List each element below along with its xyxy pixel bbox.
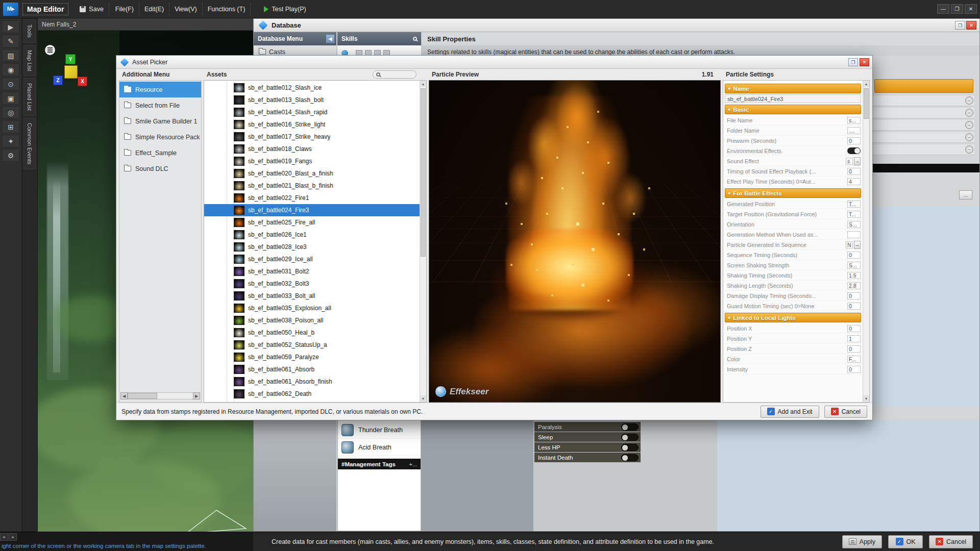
toggle-switch[interactable] bbox=[621, 423, 639, 431]
skills-search-icon[interactable] bbox=[413, 37, 417, 41]
arrow-button[interactable]: → bbox=[854, 241, 861, 249]
menu-item[interactable]: Functions (T) bbox=[203, 3, 251, 15]
scroll-up-button[interactable]: ▲ bbox=[420, 81, 426, 87]
setting-value-field[interactable]: 0 bbox=[847, 303, 861, 310]
section-header-name[interactable]: ♥ Name bbox=[725, 84, 861, 93]
setting-value-field[interactable]: 0 bbox=[847, 325, 861, 332]
axis-x-handle[interactable]: X bbox=[78, 77, 87, 86]
cancel-button[interactable]: ✕ Cancel bbox=[929, 535, 973, 548]
map-tab-title[interactable]: Nem Falls_2 bbox=[42, 21, 76, 28]
property-row[interactable]: − bbox=[872, 132, 974, 143]
additional-menu-item[interactable]: Select from File bbox=[119, 97, 201, 113]
minus-circle-button[interactable]: − bbox=[965, 96, 973, 105]
setting-row[interactable]: Sound Effect s → bbox=[724, 156, 862, 166]
asset-list-item[interactable]: sb_ef_battle018_Claws bbox=[204, 143, 420, 155]
toggle-switch[interactable] bbox=[621, 444, 639, 451]
setting-value-field[interactable]: F... bbox=[847, 356, 861, 363]
property-row[interactable]: − bbox=[872, 108, 974, 118]
setting-value-field[interactable]: s... bbox=[847, 117, 861, 124]
scroll-right-button[interactable]: ▶ bbox=[193, 392, 200, 399]
assets-scrollbar[interactable]: ▲ ▼ bbox=[420, 81, 426, 402]
setting-value-field[interactable]: 0 bbox=[847, 252, 861, 259]
scrollbar-thumb[interactable] bbox=[421, 88, 426, 257]
apply-button[interactable]: Apply bbox=[842, 535, 882, 548]
scroll-down-button[interactable]: ▼ bbox=[420, 395, 426, 402]
toolbar-tool-icon[interactable]: ✎ bbox=[2, 35, 19, 47]
asset-list-item[interactable]: sb_ef_battle061_Absorb_finish bbox=[204, 375, 420, 388]
setting-value-field[interactable]: 0 bbox=[847, 137, 861, 144]
setting-value-field[interactable]: 2.8 bbox=[847, 282, 861, 289]
setting-value-field[interactable]: T... bbox=[847, 211, 861, 218]
add-tag-button[interactable]: +... bbox=[409, 461, 417, 467]
toolbar-tool-icon[interactable]: ✦ bbox=[2, 135, 19, 147]
minus-circle-button[interactable]: − bbox=[965, 133, 973, 141]
asset-list-item[interactable]: sb_ef_battle031_Bolt2 bbox=[204, 265, 420, 278]
setting-row[interactable]: Screen Shaking Strength S... → bbox=[724, 260, 862, 270]
additional-menu-item[interactable]: Simple Resource Pack bbox=[119, 129, 201, 145]
toolbar-tool-icon[interactable]: ⚙ bbox=[2, 149, 19, 162]
collapse-left-button[interactable]: ◀ bbox=[326, 34, 335, 43]
map-menu-icon[interactable] bbox=[45, 45, 55, 55]
setting-row[interactable]: Particle Generated in Sequence N → bbox=[724, 240, 862, 250]
asset-list-item[interactable]: sb_ef_battle050_Heal_b bbox=[204, 327, 420, 339]
additional-menu-item[interactable]: Resource bbox=[119, 82, 201, 97]
minimize-button[interactable]: — bbox=[937, 4, 949, 14]
setting-row[interactable]: Generation Method When Used as... → bbox=[724, 230, 862, 240]
setting-value-field[interactable]: 0 bbox=[847, 168, 861, 175]
setting-value-field[interactable]: T... bbox=[847, 201, 861, 208]
minus-circle-button[interactable]: − bbox=[965, 109, 973, 117]
setting-value-field[interactable]: 0 bbox=[847, 366, 861, 373]
asset-list-item[interactable]: sb_ef_battle061_Absorb bbox=[204, 363, 420, 375]
asset-list-item[interactable]: sb_ef_battle025_Fire_all bbox=[204, 216, 420, 229]
database-restore-button[interactable]: ❐ bbox=[955, 21, 965, 30]
asset-list-item[interactable]: sb_ef_battle012_Slash_ice bbox=[204, 82, 420, 94]
asset-list-item[interactable]: sb_ef_battle038_Poison_all bbox=[204, 314, 420, 327]
additional-menu-item[interactable]: Sound DLC bbox=[119, 161, 201, 177]
collapse-left-button[interactable]: « bbox=[0, 533, 8, 541]
additional-menu-item[interactable]: Effect_Sample bbox=[119, 145, 201, 161]
setting-row[interactable]: Shaking Length (Seconds) 2.8 → bbox=[724, 281, 862, 291]
scroll-up-button[interactable]: ▲ bbox=[863, 81, 869, 87]
name-value-field[interactable]: sb_ef_battle024_Fire3 bbox=[725, 94, 861, 103]
side-tab[interactable]: Tools bbox=[23, 19, 36, 43]
status-effect-row[interactable]: Sleep bbox=[534, 432, 641, 442]
scroll-down-button[interactable]: ▼ bbox=[863, 395, 869, 402]
skill-list-item[interactable]: Thunder Breath bbox=[338, 421, 421, 439]
asset-list-item[interactable]: sb_ef_battle019_Fangs bbox=[204, 155, 420, 167]
assets-search-input[interactable] bbox=[373, 70, 416, 79]
toolbar-tool-icon[interactable]: ⊙ bbox=[2, 78, 19, 90]
section-header-basic[interactable]: ♥ Basic bbox=[725, 105, 861, 114]
toolbar-tool-icon[interactable]: ◉ bbox=[2, 63, 19, 76]
setting-value-field[interactable]: N bbox=[846, 241, 853, 248]
setting-row[interactable]: Shaking Timing (Seconds) 1.5 → bbox=[724, 270, 862, 281]
asset-list-item[interactable]: sb_ef_battle028_Ice3 bbox=[204, 241, 420, 253]
dialog-close-button[interactable]: ✕ bbox=[860, 58, 869, 66]
axis-gizmo[interactable]: Y Z X bbox=[47, 37, 98, 88]
scrollbar-thumb[interactable] bbox=[864, 88, 869, 119]
setting-row[interactable]: Damage Display Timing (Seconds... 0 → bbox=[724, 291, 862, 301]
asset-list-item[interactable]: sb_ef_battle029_Ice_all bbox=[204, 253, 420, 265]
asset-list-item[interactable]: sb_ef_battle020_Blast_a_finish bbox=[204, 167, 420, 180]
arrow-button[interactable]: → bbox=[854, 157, 861, 165]
setting-row[interactable]: Guard Motion Timing (sec) 0=None 0 → bbox=[724, 301, 862, 311]
toolbar-tool-icon[interactable]: ▣ bbox=[2, 92, 19, 105]
close-button[interactable]: ✕ bbox=[965, 4, 977, 14]
setting-row[interactable]: File Name s... → bbox=[724, 115, 862, 126]
toolbar-tool-icon[interactable]: ▨ bbox=[2, 49, 19, 62]
asset-list-item[interactable]: sb_ef_battle014_Slash_rapid bbox=[204, 106, 420, 118]
setting-row[interactable]: Color F... → bbox=[724, 354, 862, 364]
setting-row[interactable]: Timing of Sound Effect Playback (... 0 → bbox=[724, 166, 862, 177]
dialog-title-bar[interactable]: Asset Picker ❐ ✕ bbox=[116, 56, 872, 69]
setting-value-field[interactable]: S... bbox=[847, 221, 861, 228]
setting-row[interactable]: Prewarm (Seconds) 0 → bbox=[724, 136, 862, 146]
particle-preview-viewport[interactable]: Effekseer bbox=[429, 80, 721, 403]
side-tab[interactable]: Map List bbox=[23, 45, 36, 77]
setting-row[interactable]: Position Y 1 → bbox=[724, 334, 862, 344]
setting-row[interactable]: Effect Play Time (Seconds) 0=Aut... 4 → bbox=[724, 177, 862, 187]
asset-list-item[interactable]: sb_ef_battle032_Bolt3 bbox=[204, 278, 420, 290]
setting-value-field[interactable]: 1 bbox=[847, 335, 861, 342]
scrollbar-thumb[interactable] bbox=[128, 393, 157, 399]
setting-value-field[interactable]: .... bbox=[847, 127, 861, 134]
asset-list-item[interactable]: sb_ef_battle013_Slash_bolt bbox=[204, 94, 420, 106]
horizontal-scrollbar[interactable]: ◀ ▶ bbox=[120, 392, 200, 399]
